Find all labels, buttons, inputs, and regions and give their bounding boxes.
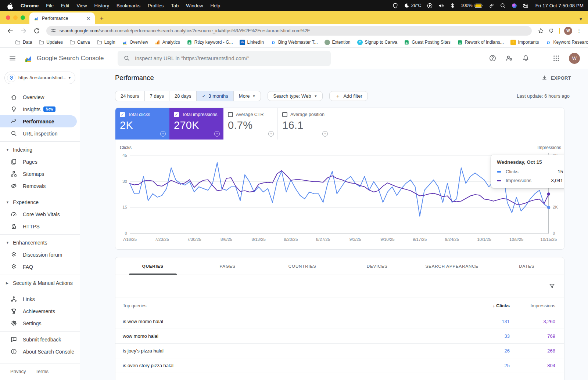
sidebar-item-achievements[interactable]: Achievements: [0, 305, 80, 317]
close-tab-icon[interactable]: ✕: [85, 16, 92, 21]
menu-tab[interactable]: Tab: [167, 3, 182, 8]
sidebar-item-https[interactable]: HTTPS: [0, 220, 80, 232]
tab-devices[interactable]: DEVICES: [340, 257, 415, 275]
menu-history[interactable]: History: [90, 3, 112, 8]
bookmark-linkedin[interactable]: inLinkedIn: [236, 40, 267, 45]
zoom-window-button[interactable]: [21, 15, 25, 20]
spotlight-search-icon[interactable]: [500, 3, 506, 9]
terms-link[interactable]: Terms: [36, 369, 49, 374]
sidebar-section-security-manual-actions[interactable]: ▶Security & Manual Actions: [0, 277, 80, 289]
menu-help[interactable]: Help: [207, 3, 224, 8]
bookmark-canva[interactable]: Canva: [66, 40, 93, 45]
bookmark-rtizy-keyword-g-[interactable]: Rtizy keyword - G...: [183, 40, 236, 45]
url-bar[interactable]: search.google.com/search-console/perform…: [46, 26, 532, 36]
sidebar-item-performance[interactable]: Performance: [0, 115, 77, 127]
filter-3-months[interactable]: ✓3 months: [196, 91, 233, 101]
help-icon[interactable]: ?: [160, 131, 166, 137]
bookmark-data[interactable]: Data: [12, 40, 35, 45]
battery-status[interactable]: 100%: [461, 3, 483, 9]
volume-icon[interactable]: [438, 3, 444, 9]
checkbox-unchecked-icon[interactable]: [282, 112, 287, 117]
google-apps-grid-icon[interactable]: [552, 54, 560, 62]
table-row[interactable]: is joey's pizza halal26268: [115, 344, 564, 358]
notifications-bell-icon[interactable]: [522, 54, 530, 62]
sidebar-item-settings[interactable]: Settings: [0, 317, 80, 329]
sidebar-section-indexing[interactable]: ▼Indexing: [0, 144, 80, 156]
bookmark-star-icon[interactable]: [538, 28, 544, 34]
table-row[interactable]: is oven story pizza halal25804: [115, 358, 564, 373]
add-filter-button[interactable]: ＋Add filter: [329, 91, 368, 101]
menu-view[interactable]: View: [73, 3, 90, 8]
bookmark-keyword-research-[interactable]: bKeyword Research...: [542, 40, 588, 45]
metric-card-average-ctr[interactable]: Average CTR0.7%?: [223, 108, 277, 140]
filter-more[interactable]: More▼: [233, 91, 261, 101]
play-circle-icon[interactable]: [427, 3, 433, 9]
bookmark-extention[interactable]: Extention: [321, 40, 354, 45]
user-settings-icon[interactable]: [505, 54, 513, 62]
menu-bar-clock[interactable]: Fri 17 Oct 7:50:08 PM: [535, 3, 584, 8]
new-tab-button[interactable]: +: [97, 14, 107, 23]
sidebar-section-enhancements[interactable]: ▼Enhancements: [0, 236, 80, 249]
help-icon[interactable]: [489, 54, 496, 62]
property-selector[interactable]: https://restaurantsfind.... ▼: [4, 72, 75, 84]
sidebar-item-faq[interactable]: FAQ: [0, 261, 80, 273]
filter-funnel-icon[interactable]: [549, 283, 555, 289]
back-button[interactable]: [7, 27, 14, 35]
sidebar-item-sitemaps[interactable]: Sitemaps: [0, 168, 80, 180]
sidebar-item-core-web-vitals[interactable]: Core Web Vitals: [0, 208, 80, 220]
gsc-profile-avatar[interactable]: W: [569, 53, 580, 64]
tab-queries[interactable]: QUERIES: [115, 257, 190, 275]
reload-button[interactable]: [33, 27, 40, 35]
sidebar-item-url-inspection[interactable]: URL inspection: [0, 127, 80, 140]
sidebar-item-discussion-forum[interactable]: Discussion forum: [0, 249, 80, 261]
help-icon[interactable]: ?: [322, 131, 328, 137]
search-type-filter[interactable]: Search type: Web▼: [268, 91, 323, 101]
column-clicks-sorted[interactable]: ↓ Clicks: [469, 303, 510, 308]
bookmark-analytics[interactable]: Analytics: [151, 40, 183, 45]
filter-7-days[interactable]: 7 days: [144, 91, 169, 101]
hamburger-menu-icon[interactable]: [9, 55, 16, 62]
sidebar-item-links[interactable]: Links: [0, 293, 80, 305]
table-row[interactable]: is wow momo halal1313,260: [115, 314, 564, 329]
help-icon[interactable]: ?: [214, 131, 220, 137]
sidebar-item-pages[interactable]: Pages: [0, 156, 80, 168]
checkbox-unchecked-icon[interactable]: [228, 112, 233, 117]
close-window-button[interactable]: [6, 15, 10, 20]
url-inspect-searchbar[interactable]: [118, 51, 331, 66]
control-center-icon[interactable]: [523, 3, 529, 9]
minimize-window-button[interactable]: [13, 15, 18, 20]
menu-file[interactable]: File: [42, 3, 57, 8]
filter-24-hours[interactable]: 24 hours: [115, 91, 144, 101]
weather-status[interactable]: 26°C: [404, 3, 422, 9]
bookmark-login[interactable]: LogIn: [93, 40, 119, 45]
bookmark-rework-of-indians-[interactable]: Rework of Indians...: [454, 40, 507, 45]
checkbox-checked-icon[interactable]: ✓: [120, 112, 125, 117]
sidebar-item-removals[interactable]: Removals: [0, 180, 80, 192]
table-row[interactable]: wow momo halal33769: [115, 329, 564, 344]
help-icon[interactable]: ?: [268, 131, 274, 137]
filter-28-days[interactable]: 28 days: [169, 91, 197, 101]
sidebar-item-overview[interactable]: Overview: [0, 91, 80, 103]
tab-search-chevron-icon[interactable]: ▼: [579, 17, 583, 21]
export-button[interactable]: EXPORT: [541, 75, 571, 81]
bookmark-signup-to-canva[interactable]: CSignup to Canva: [354, 40, 401, 45]
extensions-puzzle-icon[interactable]: [548, 28, 555, 34]
tab-dates[interactable]: DATES: [490, 257, 564, 275]
bookmark-importants[interactable]: !Importants: [507, 40, 542, 45]
checkbox-checked-icon[interactable]: ✓: [174, 112, 179, 117]
url-inspect-input[interactable]: [135, 55, 325, 61]
menu-bookmarks[interactable]: Bookmarks: [113, 3, 144, 8]
browser-menu-icon[interactable]: ⋮: [577, 28, 581, 33]
sidebar-section-experience[interactable]: ▼Experience: [0, 196, 80, 208]
column-impressions[interactable]: Impressions: [510, 303, 555, 308]
sidebar-item-about-search-console[interactable]: About Search Console: [0, 345, 80, 358]
browser-profile-avatar[interactable]: W: [564, 27, 572, 35]
metric-card-average-position[interactable]: Average position16.1?: [277, 108, 331, 140]
site-settings-icon[interactable]: [51, 28, 56, 33]
menu-edit[interactable]: Edit: [57, 3, 73, 8]
bluetooth-icon[interactable]: [449, 3, 456, 9]
privacy-link[interactable]: Privacy: [10, 369, 26, 374]
link-icon[interactable]: [488, 3, 495, 9]
column-top-queries[interactable]: Top queries: [123, 303, 469, 308]
menu-profiles[interactable]: Profiles: [144, 3, 167, 8]
